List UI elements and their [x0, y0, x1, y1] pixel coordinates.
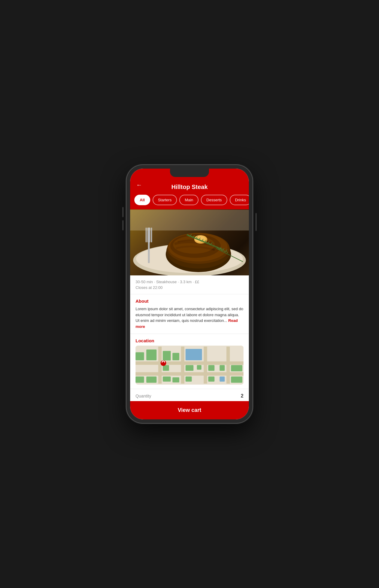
svg-rect-47: [181, 346, 184, 383]
svg-rect-49: [226, 346, 230, 383]
svg-rect-51: [146, 350, 157, 360]
svg-rect-53: [172, 353, 179, 360]
food-image: [130, 209, 249, 275]
svg-point-12: [173, 236, 215, 254]
svg-rect-61: [208, 376, 215, 382]
svg-rect-59: [231, 365, 242, 371]
svg-rect-42: [130, 210, 249, 230]
quantity-label: Quantity: [136, 394, 151, 398]
page-title: Hilltop Steak: [136, 184, 243, 190]
tab-all[interactable]: All: [134, 195, 150, 205]
svg-rect-57: [208, 365, 215, 371]
location-title: Location: [136, 338, 243, 343]
quantity-value: 2: [241, 393, 243, 399]
tab-desserts[interactable]: Desserts: [201, 195, 227, 205]
svg-rect-50: [136, 352, 144, 360]
svg-rect-54: [163, 365, 169, 371]
map[interactable]: [136, 346, 243, 385]
notch: [170, 169, 209, 177]
svg-rect-58: [219, 365, 225, 371]
svg-rect-63: [146, 376, 157, 383]
tab-main[interactable]: Main: [179, 195, 198, 205]
svg-rect-60: [231, 376, 242, 383]
back-button[interactable]: ←: [136, 181, 142, 188]
category-bar: All Starters Main Desserts Drinks: [130, 195, 249, 209]
svg-rect-67: [186, 349, 202, 360]
svg-rect-64: [163, 376, 171, 382]
tab-starters[interactable]: Starters: [153, 195, 177, 205]
svg-rect-62: [136, 376, 144, 383]
about-title: About: [136, 298, 243, 304]
about-text: Lorem ipsum dolor sit amet, consectetur …: [136, 306, 243, 329]
order-summary: Quantity 2 Total £5.00: [130, 389, 249, 401]
svg-rect-52: [163, 351, 171, 361]
svg-rect-68: [219, 376, 225, 382]
svg-rect-48: [204, 346, 207, 383]
about-section: About Lorem ipsum dolor sit amet, consec…: [130, 294, 249, 334]
closing-time: Closes at 22:00: [136, 285, 243, 290]
quantity-row: Quantity 2: [136, 393, 243, 399]
restaurant-info: 30-50 min · Steakhouse · 3.3 km · ££ Clo…: [130, 275, 249, 294]
location-section: Location: [130, 334, 249, 389]
restaurant-meta: 30-50 min · Steakhouse · 3.3 km · ££: [136, 280, 243, 284]
view-cart-button[interactable]: View cart: [130, 401, 249, 419]
svg-rect-65: [172, 377, 179, 382]
svg-rect-46: [158, 346, 162, 383]
main-content: 30-50 min · Steakhouse · 3.3 km · ££ Clo…: [130, 209, 249, 401]
svg-rect-66: [186, 376, 192, 382]
tab-drinks[interactable]: Drinks: [230, 195, 249, 205]
svg-rect-55: [186, 365, 194, 371]
svg-rect-56: [197, 365, 201, 370]
